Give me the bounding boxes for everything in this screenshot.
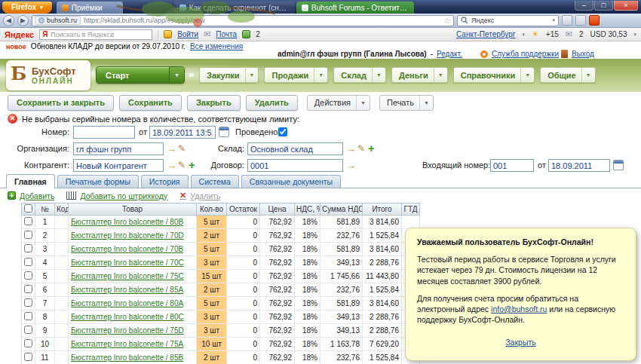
- row-select-cell[interactable]: [22, 229, 35, 243]
- buhsoft-logo[interactable]: Б БухСофт ОНЛАЙН: [6, 60, 90, 90]
- edit-icon[interactable]: ✎: [178, 142, 186, 155]
- row-qty[interactable]: 3 шт: [197, 256, 227, 270]
- open-reference-icon[interactable]: →: [346, 142, 356, 155]
- firefox-menu-button[interactable]: Firefox ▾: [2, 2, 52, 14]
- col-vat-sum[interactable]: Сумма НДС: [320, 203, 363, 216]
- login-link[interactable]: Войти: [177, 30, 198, 38]
- product-link[interactable]: Бюстгалтер Inro balconette / 85A: [71, 286, 183, 294]
- address-bar[interactable]: buhsoft.ru https://sklad.buhsoft.ru/app/…: [32, 15, 454, 26]
- row-select-cell[interactable]: [22, 216, 35, 229]
- row-qty[interactable]: 10 шт: [197, 338, 227, 351]
- browser-tab-priemki[interactable]: Приёмки: [57, 2, 123, 14]
- toolbar-extension-icon[interactable]: [562, 15, 572, 26]
- tab-system[interactable]: Система: [191, 175, 239, 188]
- row-checkbox[interactable]: [24, 217, 32, 225]
- row-qty[interactable]: 2 шт: [197, 351, 227, 364]
- tab-main[interactable]: Главная: [6, 174, 55, 188]
- save-and-close-button[interactable]: Сохранить и закрыть: [8, 95, 114, 111]
- menu-item-purchases[interactable]: Закупки ▼: [199, 67, 259, 83]
- all-changes-link[interactable]: Все изменения: [190, 42, 243, 50]
- row-checkbox[interactable]: [24, 244, 32, 252]
- col-price[interactable]: Цена: [260, 203, 295, 216]
- row-select-cell[interactable]: [22, 338, 35, 351]
- incoming-number-input[interactable]: [490, 159, 534, 172]
- row-qty[interactable]: 2 шт: [197, 283, 227, 297]
- row-checkbox[interactable]: [24, 339, 32, 347]
- edit-icon[interactable]: ✎: [178, 159, 186, 172]
- calendar-icon[interactable]: [219, 127, 229, 137]
- number-input[interactable]: [73, 126, 135, 139]
- logout-link[interactable]: Выход: [572, 50, 594, 58]
- yandex-logo[interactable]: Яндекс: [5, 30, 34, 39]
- browser-tab-forums[interactable]: Buhsoft Forums - Ответить в теме: [296, 2, 414, 14]
- row-qty[interactable]: 5 шт: [197, 243, 227, 256]
- open-reference-icon[interactable]: →: [346, 159, 356, 172]
- row-qty[interactable]: 5 шт: [197, 297, 227, 310]
- conducted-checkbox[interactable]: [278, 127, 287, 136]
- col-qty[interactable]: Кол-во: [197, 203, 227, 216]
- row-select-cell[interactable]: [22, 243, 35, 256]
- add-row-button[interactable]: + Добавить: [8, 191, 54, 200]
- yandex-bookmarks-icon[interactable]: [589, 15, 600, 26]
- menu-item-warehouse[interactable]: Склад ▼: [333, 67, 386, 83]
- organization-input[interactable]: [73, 142, 164, 155]
- minimize-button[interactable]: –: [575, 1, 593, 11]
- row-select-cell[interactable]: [22, 256, 35, 270]
- product-link[interactable]: Бюстгалтер Inro balconette / 80A: [71, 299, 183, 307]
- weather-temp[interactable]: +15: [546, 30, 559, 38]
- open-reference-icon[interactable]: →: [167, 142, 176, 155]
- select-all-checkbox[interactable]: [24, 204, 32, 213]
- yandex-search-input[interactable]: Я Поискать в Яндексе: [39, 29, 152, 40]
- menu-item-sales[interactable]: Продажи ▼: [264, 67, 328, 83]
- browser-tab-screenshot[interactable]: Как сделать скриншот (снимок экр...: [174, 2, 295, 14]
- col-total[interactable]: Итого: [363, 203, 402, 216]
- add-by-barcode-button[interactable]: Добавить по штрихкоду: [66, 191, 167, 200]
- product-link[interactable]: Бюстгалтер Inro balconette / 75A: [71, 340, 183, 348]
- edit-account-link[interactable]: Редакт.: [437, 50, 462, 58]
- row-select-cell[interactable]: [22, 297, 35, 310]
- row-qty[interactable]: 2 шт: [197, 229, 227, 243]
- delete-button[interactable]: Удалить: [246, 95, 298, 111]
- row-select-cell[interactable]: [22, 310, 35, 324]
- product-link[interactable]: Бюстгалтер Inro balconette / 75C: [71, 272, 184, 280]
- close-window-button[interactable]: ×: [614, 1, 638, 11]
- print-dropdown[interactable]: Печать ▼: [379, 95, 434, 111]
- col-code[interactable]: Код: [55, 203, 69, 216]
- row-select-cell[interactable]: [22, 351, 35, 364]
- support-link[interactable]: Служба поддержки: [492, 50, 559, 58]
- contract-input[interactable]: [247, 159, 343, 172]
- maximize-button[interactable]: □: [594, 1, 613, 11]
- col-stock[interactable]: Остаток: [227, 203, 260, 216]
- edit-icon[interactable]: ✎: [357, 142, 365, 155]
- row-checkbox[interactable]: [24, 326, 32, 334]
- date-input[interactable]: [149, 126, 216, 139]
- tab-history[interactable]: История: [141, 175, 189, 188]
- mail-link[interactable]: Почта: [216, 30, 237, 38]
- row-qty[interactable]: 3 шт: [197, 310, 227, 324]
- product-link[interactable]: Бюстгалтер Inro balconette / 70D: [71, 231, 184, 240]
- row-select-cell[interactable]: [22, 283, 35, 297]
- contractor-input[interactable]: [73, 159, 164, 172]
- close-button[interactable]: Закрыть: [187, 95, 241, 111]
- yandex-service-icon[interactable]: [242, 30, 250, 38]
- row-select-cell[interactable]: [22, 324, 35, 338]
- site-identity-button[interactable]: buhsoft.ru: [35, 16, 81, 25]
- currency-rate[interactable]: USD 30,53: [590, 30, 627, 38]
- close-notification-link[interactable]: Закрыть: [417, 337, 624, 347]
- product-link[interactable]: Бюстгалтер Inro balconette / 75D: [71, 326, 184, 335]
- save-button[interactable]: Сохранить: [119, 95, 182, 111]
- tab-print-forms[interactable]: Печатные формы: [57, 175, 139, 188]
- product-link[interactable]: Бюстгалтер Inro balconette / 70B: [71, 245, 183, 253]
- product-link[interactable]: Бюстгалтер Inro balconette / 70C: [71, 258, 184, 267]
- product-link[interactable]: Бюстгалтер Inro balconette / 80C: [71, 313, 184, 321]
- start-menu-button[interactable]: Старт ▼: [96, 66, 185, 84]
- product-link[interactable]: Бюстгалтер Inro balconette / 80B: [71, 218, 183, 226]
- forward-button[interactable]: ▶: [17, 15, 29, 26]
- row-checkbox[interactable]: [24, 271, 32, 280]
- menu-item-directories[interactable]: Справочники ▼: [453, 67, 535, 83]
- col-vat[interactable]: НДС, %: [295, 203, 320, 216]
- col-gtd[interactable]: ГТД: [402, 203, 420, 216]
- email-link[interactable]: info@buhsoft.ru: [491, 304, 547, 314]
- col-product[interactable]: Товар: [69, 203, 197, 216]
- search-box[interactable]: Яндекс ▾: [457, 15, 559, 26]
